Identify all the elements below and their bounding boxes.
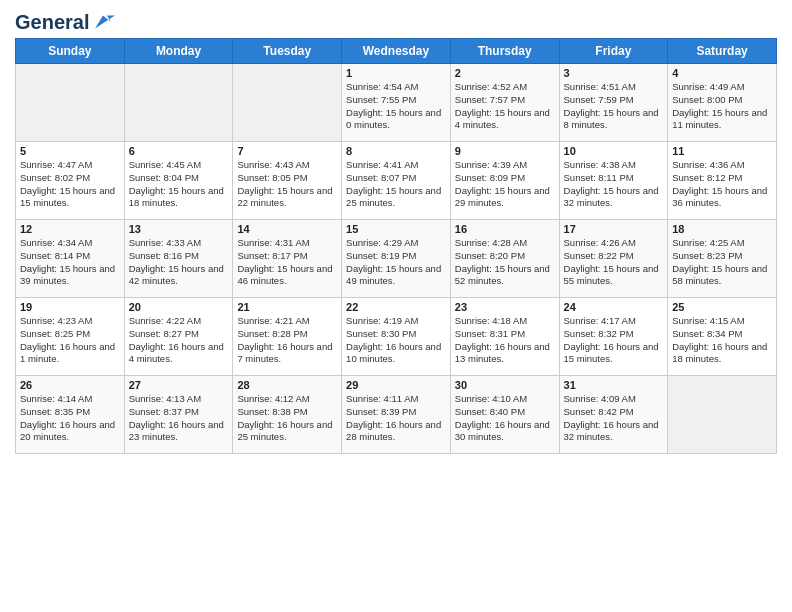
week-row-0: 1Sunrise: 4:54 AM Sunset: 7:55 PM Daylig… [16,64,777,142]
day-number: 8 [346,145,446,157]
day-cell [16,64,125,142]
day-info: Sunrise: 4:11 AM Sunset: 8:39 PM Dayligh… [346,393,446,444]
day-cell: 16Sunrise: 4:28 AM Sunset: 8:20 PM Dayli… [450,220,559,298]
day-number: 6 [129,145,229,157]
day-info: Sunrise: 4:13 AM Sunset: 8:37 PM Dayligh… [129,393,229,444]
day-number: 20 [129,301,229,313]
day-number: 24 [564,301,664,313]
week-row-4: 26Sunrise: 4:14 AM Sunset: 8:35 PM Dayli… [16,376,777,454]
day-number: 18 [672,223,772,235]
day-number: 21 [237,301,337,313]
day-info: Sunrise: 4:36 AM Sunset: 8:12 PM Dayligh… [672,159,772,210]
day-info: Sunrise: 4:45 AM Sunset: 8:04 PM Dayligh… [129,159,229,210]
day-number: 2 [455,67,555,79]
day-cell: 31Sunrise: 4:09 AM Sunset: 8:42 PM Dayli… [559,376,668,454]
day-info: Sunrise: 4:26 AM Sunset: 8:22 PM Dayligh… [564,237,664,288]
day-number: 4 [672,67,772,79]
day-number: 9 [455,145,555,157]
day-info: Sunrise: 4:10 AM Sunset: 8:40 PM Dayligh… [455,393,555,444]
day-cell: 23Sunrise: 4:18 AM Sunset: 8:31 PM Dayli… [450,298,559,376]
logo-general: General [15,11,89,33]
day-cell: 28Sunrise: 4:12 AM Sunset: 8:38 PM Dayli… [233,376,342,454]
day-cell: 4Sunrise: 4:49 AM Sunset: 8:00 PM Daylig… [668,64,777,142]
calendar-body: 1Sunrise: 4:54 AM Sunset: 7:55 PM Daylig… [16,64,777,454]
day-number: 13 [129,223,229,235]
day-number: 27 [129,379,229,391]
day-info: Sunrise: 4:18 AM Sunset: 8:31 PM Dayligh… [455,315,555,366]
day-info: Sunrise: 4:43 AM Sunset: 8:05 PM Dayligh… [237,159,337,210]
day-cell: 10Sunrise: 4:38 AM Sunset: 8:11 PM Dayli… [559,142,668,220]
week-row-2: 12Sunrise: 4:34 AM Sunset: 8:14 PM Dayli… [16,220,777,298]
day-cell: 21Sunrise: 4:21 AM Sunset: 8:28 PM Dayli… [233,298,342,376]
svg-marker-0 [95,16,115,29]
day-number: 10 [564,145,664,157]
day-number: 1 [346,67,446,79]
day-info: Sunrise: 4:54 AM Sunset: 7:55 PM Dayligh… [346,81,446,132]
day-info: Sunrise: 4:22 AM Sunset: 8:27 PM Dayligh… [129,315,229,366]
day-cell: 8Sunrise: 4:41 AM Sunset: 8:07 PM Daylig… [342,142,451,220]
day-info: Sunrise: 4:29 AM Sunset: 8:19 PM Dayligh… [346,237,446,288]
day-number: 31 [564,379,664,391]
day-cell: 27Sunrise: 4:13 AM Sunset: 8:37 PM Dayli… [124,376,233,454]
day-cell: 3Sunrise: 4:51 AM Sunset: 7:59 PM Daylig… [559,64,668,142]
day-number: 22 [346,301,446,313]
day-cell [668,376,777,454]
day-info: Sunrise: 4:28 AM Sunset: 8:20 PM Dayligh… [455,237,555,288]
calendar-table: SundayMondayTuesdayWednesdayThursdayFrid… [15,38,777,454]
day-cell: 19Sunrise: 4:23 AM Sunset: 8:25 PM Dayli… [16,298,125,376]
column-header-saturday: Saturday [668,39,777,64]
day-info: Sunrise: 4:17 AM Sunset: 8:32 PM Dayligh… [564,315,664,366]
column-header-sunday: Sunday [16,39,125,64]
day-number: 30 [455,379,555,391]
day-info: Sunrise: 4:09 AM Sunset: 8:42 PM Dayligh… [564,393,664,444]
day-cell: 6Sunrise: 4:45 AM Sunset: 8:04 PM Daylig… [124,142,233,220]
day-info: Sunrise: 4:31 AM Sunset: 8:17 PM Dayligh… [237,237,337,288]
column-header-friday: Friday [559,39,668,64]
day-number: 14 [237,223,337,235]
day-info: Sunrise: 4:39 AM Sunset: 8:09 PM Dayligh… [455,159,555,210]
day-number: 19 [20,301,120,313]
day-cell: 26Sunrise: 4:14 AM Sunset: 8:35 PM Dayli… [16,376,125,454]
day-cell: 24Sunrise: 4:17 AM Sunset: 8:32 PM Dayli… [559,298,668,376]
day-number: 11 [672,145,772,157]
column-header-monday: Monday [124,39,233,64]
day-cell: 5Sunrise: 4:47 AM Sunset: 8:02 PM Daylig… [16,142,125,220]
day-cell: 11Sunrise: 4:36 AM Sunset: 8:12 PM Dayli… [668,142,777,220]
day-number: 5 [20,145,120,157]
logo-icon [91,10,115,34]
day-number: 29 [346,379,446,391]
day-cell [233,64,342,142]
day-cell [124,64,233,142]
day-number: 17 [564,223,664,235]
day-cell: 9Sunrise: 4:39 AM Sunset: 8:09 PM Daylig… [450,142,559,220]
day-cell: 22Sunrise: 4:19 AM Sunset: 8:30 PM Dayli… [342,298,451,376]
day-info: Sunrise: 4:15 AM Sunset: 8:34 PM Dayligh… [672,315,772,366]
day-info: Sunrise: 4:12 AM Sunset: 8:38 PM Dayligh… [237,393,337,444]
day-number: 25 [672,301,772,313]
day-cell: 20Sunrise: 4:22 AM Sunset: 8:27 PM Dayli… [124,298,233,376]
day-info: Sunrise: 4:21 AM Sunset: 8:28 PM Dayligh… [237,315,337,366]
column-header-tuesday: Tuesday [233,39,342,64]
day-info: Sunrise: 4:19 AM Sunset: 8:30 PM Dayligh… [346,315,446,366]
day-info: Sunrise: 4:47 AM Sunset: 8:02 PM Dayligh… [20,159,120,210]
day-info: Sunrise: 4:38 AM Sunset: 8:11 PM Dayligh… [564,159,664,210]
day-number: 28 [237,379,337,391]
calendar-header-row: SundayMondayTuesdayWednesdayThursdayFrid… [16,39,777,64]
day-info: Sunrise: 4:33 AM Sunset: 8:16 PM Dayligh… [129,237,229,288]
day-cell: 25Sunrise: 4:15 AM Sunset: 8:34 PM Dayli… [668,298,777,376]
day-cell: 14Sunrise: 4:31 AM Sunset: 8:17 PM Dayli… [233,220,342,298]
day-number: 15 [346,223,446,235]
day-number: 12 [20,223,120,235]
day-cell: 1Sunrise: 4:54 AM Sunset: 7:55 PM Daylig… [342,64,451,142]
day-cell: 15Sunrise: 4:29 AM Sunset: 8:19 PM Dayli… [342,220,451,298]
day-number: 26 [20,379,120,391]
week-row-1: 5Sunrise: 4:47 AM Sunset: 8:02 PM Daylig… [16,142,777,220]
day-number: 7 [237,145,337,157]
day-number: 23 [455,301,555,313]
day-cell: 17Sunrise: 4:26 AM Sunset: 8:22 PM Dayli… [559,220,668,298]
day-info: Sunrise: 4:23 AM Sunset: 8:25 PM Dayligh… [20,315,120,366]
header: General [15,10,777,30]
day-info: Sunrise: 4:34 AM Sunset: 8:14 PM Dayligh… [20,237,120,288]
day-info: Sunrise: 4:41 AM Sunset: 8:07 PM Dayligh… [346,159,446,210]
logo: General [15,10,115,30]
